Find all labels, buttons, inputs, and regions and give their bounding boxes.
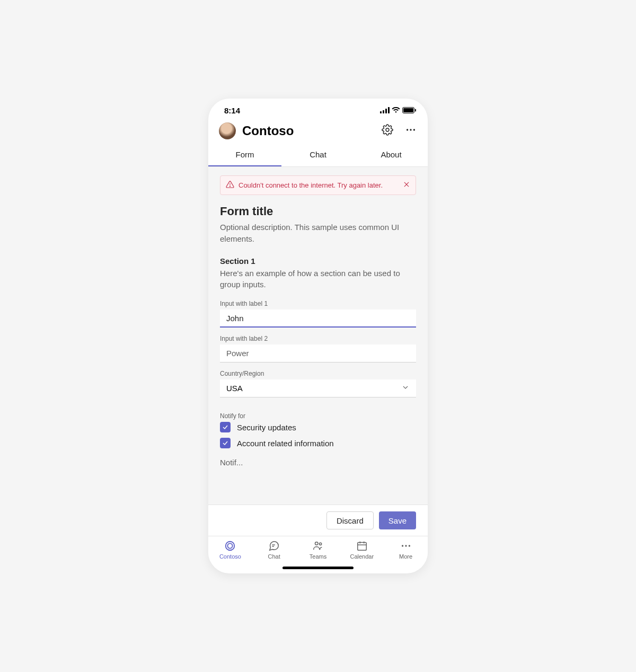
tab-about[interactable]: About [355,144,428,166]
svg-rect-21 [358,543,367,551]
notify-option-1[interactable]: Security updates [220,422,416,432]
svg-point-10 [413,129,415,130]
svg-point-9 [410,129,411,130]
more-button[interactable] [402,122,419,139]
scroll-area[interactable]: Couldn't connect to the internet. Try ag… [208,167,428,505]
tab-bar: Form Chat About [208,144,428,167]
app-title: Contoso [242,123,373,138]
notify-option-1-label: Security updates [237,423,296,432]
more-horizontal-icon [405,124,417,138]
input2-field[interactable] [220,344,416,362]
check-icon [222,423,228,432]
nav-contoso[interactable]: Contoso [208,540,252,560]
nav-more[interactable]: More [384,540,428,560]
status-icons [380,106,416,115]
content-area: Couldn't connect to the internet. Try ag… [208,167,428,505]
gear-icon [382,124,393,138]
avatar[interactable] [219,122,236,139]
calendar-icon [356,540,368,552]
svg-point-25 [402,545,403,546]
status-bar: 8:14 [208,99,428,117]
error-dismiss[interactable] [403,181,410,190]
svg-point-15 [226,542,235,551]
nav-calendar-label: Calendar [350,553,374,560]
close-icon [403,182,410,190]
check-icon [222,439,228,448]
error-message: Couldn't connect to the internet. Try ag… [238,181,383,189]
svg-point-26 [405,545,407,546]
truncated-content: Notif... [220,458,416,467]
country-select[interactable]: USA [220,379,416,397]
warning-icon [226,180,234,190]
notify-option-2-label: Account related information [237,439,334,448]
action-bar: Discard Save [208,505,428,536]
input1-field[interactable] [220,310,416,328]
notify-option-2[interactable]: Account related information [220,438,416,448]
nav-teams-label: Teams [310,553,326,560]
contoso-icon [224,540,236,552]
cellular-icon [380,106,390,115]
svg-point-27 [408,545,410,546]
tab-chat[interactable]: Chat [281,144,355,166]
discard-button[interactable]: Discard [326,511,374,529]
nav-teams[interactable]: Teams [296,540,340,560]
nav-more-label: More [399,553,412,560]
more-icon [400,540,412,552]
svg-rect-1 [383,110,384,113]
svg-rect-2 [385,109,387,113]
form-title: Form title [220,205,416,218]
chat-icon [268,540,280,552]
bottom-nav: Contoso Chat Teams Calendar More [208,536,428,562]
svg-rect-5 [403,108,413,112]
form-description: Optional description. This sample uses c… [220,222,416,245]
wifi-icon [392,106,400,115]
svg-rect-0 [380,111,382,113]
checkbox-1[interactable] [220,422,231,432]
save-button[interactable]: Save [379,511,416,529]
app-header: Contoso [208,117,428,144]
settings-button[interactable] [379,122,396,139]
home-indicator [208,562,428,573]
svg-rect-3 [388,107,390,113]
nav-chat[interactable]: Chat [252,540,296,560]
battery-icon [402,106,416,115]
input2-label: Input with label 2 [220,335,416,342]
svg-point-19 [315,542,318,545]
nav-chat-label: Chat [268,553,280,560]
svg-point-7 [386,128,389,131]
status-time: 8:14 [224,106,240,115]
section-description: Here's an example of how a section can b… [220,268,416,291]
svg-rect-6 [415,109,416,112]
nav-calendar[interactable]: Calendar [340,540,384,560]
tab-form[interactable]: Form [208,144,281,166]
teams-icon [312,540,324,552]
svg-point-20 [319,543,321,545]
country-value: USA [226,384,243,393]
device-frame: 8:14 Contoso Form [208,99,428,573]
input1-label: Input with label 1 [220,300,416,307]
country-label: Country/Region [220,370,416,377]
error-banner: Couldn't connect to the internet. Try ag… [220,175,416,195]
section-title: Section 1 [220,257,416,266]
svg-point-8 [407,129,408,130]
notify-label: Notify for [220,412,416,420]
svg-point-12 [229,186,230,187]
checkbox-2[interactable] [220,438,231,448]
chevron-down-icon [401,383,410,393]
svg-point-16 [228,543,233,548]
nav-contoso-label: Contoso [219,553,241,560]
